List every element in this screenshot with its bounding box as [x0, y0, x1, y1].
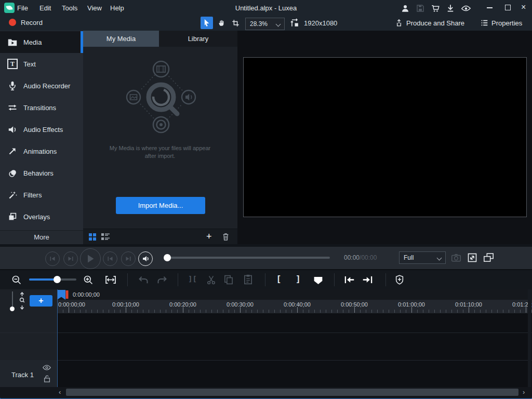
sidebar-item-filters[interactable]: Filters: [0, 184, 83, 206]
jump-to-end-icon[interactable]: [362, 275, 373, 284]
playhead-time-label: 0:00:00;00: [73, 291, 100, 298]
acdsee-eye-icon[interactable]: [461, 4, 470, 13]
pan-tool-button[interactable]: [215, 17, 228, 29]
download-icon[interactable]: [446, 4, 455, 13]
close-button[interactable]: ×: [521, 2, 526, 12]
toolbar-divider: [265, 273, 265, 286]
add-track-button[interactable]: +: [30, 295, 52, 307]
luxea-window: File Edit Tools View Help Untitled.alpx …: [0, 0, 532, 399]
list-view-icon[interactable]: [101, 233, 110, 241]
scroll-left-arrow[interactable]: ‹: [59, 388, 61, 396]
text-icon: T: [7, 59, 18, 69]
maximize-button[interactable]: [505, 5, 511, 10]
playback-bar: 00:00/00:00 Full: [0, 244, 532, 272]
toolbar-divider: [334, 273, 335, 286]
behaviors-circles-icon: [7, 168, 18, 178]
play-button[interactable]: [80, 248, 101, 269]
secondary-toolbar: Record 28.3% 1920x1080 Produce and Share…: [0, 16, 532, 31]
menu-tools[interactable]: Tools: [62, 4, 77, 12]
redo-icon[interactable]: [157, 276, 167, 284]
copy-icon[interactable]: [224, 275, 233, 285]
time-display: 00:00/00:00: [344, 254, 377, 261]
produce-share-button[interactable]: Produce and Share: [406, 19, 464, 27]
zoom-level-value: 28.3%: [250, 20, 268, 28]
sidebar-item-text[interactable]: T Text: [0, 53, 83, 75]
volume-button[interactable]: [138, 251, 153, 266]
add-track-marker-icon[interactable]: [395, 275, 404, 285]
menu-file[interactable]: File: [17, 4, 28, 12]
fit-timeline-icon[interactable]: [105, 275, 116, 284]
cart-icon[interactable]: [431, 4, 440, 13]
menu-edit[interactable]: Edit: [39, 4, 51, 12]
sidebar-item-behaviors[interactable]: Behaviors: [0, 162, 83, 184]
zoom-in-icon[interactable]: [83, 275, 94, 285]
track-lock-icon[interactable]: [44, 375, 50, 382]
add-media-button[interactable]: +: [206, 231, 212, 242]
cursor-arrow-icon: [203, 19, 211, 27]
import-media-button[interactable]: Import Media...: [116, 197, 205, 214]
toolbar-divider: [178, 273, 178, 286]
playhead-flag-icon[interactable]: [57, 290, 69, 300]
magic-wand-icon: [7, 190, 18, 200]
cut-scissors-icon[interactable]: [206, 275, 216, 285]
resolution-value: 1920x1080: [304, 19, 337, 27]
chevron-down-icon: [437, 255, 442, 260]
zoom-level-select[interactable]: 28.3%: [245, 18, 285, 30]
fullscreen-icon[interactable]: [468, 253, 477, 262]
sidebar-item-audio-effects[interactable]: Audio Effects: [0, 118, 83, 140]
track-header[interactable]: Track 1: [0, 360, 57, 387]
track-visibility-eye-icon[interactable]: [43, 365, 51, 370]
save-icon[interactable]: [416, 4, 425, 13]
sidebar-item-audio-recorder[interactable]: Audio Recorder: [0, 75, 83, 97]
sidebar-item-overlays[interactable]: Overlays: [0, 206, 83, 228]
detach-window-icon[interactable]: [484, 253, 494, 262]
undo-icon[interactable]: [138, 276, 149, 284]
scrubber-knob[interactable]: [164, 254, 171, 261]
mark-in-button[interactable]: [: [277, 274, 280, 284]
media-footer-bar: +: [83, 229, 237, 245]
delete-media-icon[interactable]: [222, 233, 229, 241]
timeline-vertical-scrollbar[interactable]: [528, 289, 531, 387]
ruler-major-ticks: [57, 307, 532, 313]
jump-to-start-icon[interactable]: [344, 275, 355, 284]
horizontal-scrollbar[interactable]: ‹ ›: [0, 387, 532, 398]
account-icon[interactable]: [401, 4, 410, 13]
timeline-ruler[interactable]: 0:00:00;00 0:00:00;000:00:10;000:00:20;0…: [57, 289, 532, 313]
track-height-slider-knob[interactable]: [10, 307, 15, 311]
grid-view-icon[interactable]: [89, 233, 96, 241]
go-to-end-button[interactable]: [121, 251, 136, 266]
minimize-button[interactable]: [487, 7, 493, 8]
scrubber-track[interactable]: [164, 257, 330, 259]
paste-icon[interactable]: [244, 274, 252, 285]
timeline: + 0:00:00;00 0:00:00;000:00:10;000:00:20…: [0, 289, 532, 387]
previous-frame-button[interactable]: [45, 251, 60, 266]
menu-help[interactable]: Help: [110, 4, 124, 12]
sidebar-item-transitions[interactable]: Transitions: [0, 97, 83, 118]
zoom-out-icon[interactable]: [11, 275, 22, 285]
record-dot-icon[interactable]: [9, 19, 16, 26]
tab-library[interactable]: Library: [159, 31, 237, 47]
mark-out-button[interactable]: ]: [297, 274, 299, 284]
add-marker-icon[interactable]: [313, 276, 324, 285]
chevron-down-icon: [276, 21, 281, 26]
record-button[interactable]: Record: [21, 19, 43, 26]
menu-view[interactable]: View: [87, 4, 102, 12]
crop-tool-button[interactable]: [229, 17, 242, 29]
go-to-start-button[interactable]: [103, 251, 117, 266]
sidebar-item-animations[interactable]: Animations: [0, 140, 83, 162]
sidebar-more-button[interactable]: More: [0, 230, 83, 244]
display-mode-value: Full: [404, 254, 414, 261]
sidebar-item-media[interactable]: Media: [0, 31, 83, 53]
timeline-zoom-slider-knob[interactable]: [54, 276, 61, 283]
display-mode-select[interactable]: Full: [399, 251, 446, 264]
next-frame-button[interactable]: [63, 251, 78, 266]
select-tool-button[interactable]: [201, 17, 213, 29]
scroll-right-arrow[interactable]: ›: [523, 388, 525, 396]
vertical-zoom-icon[interactable]: [18, 292, 26, 310]
snapshot-camera-icon[interactable]: [451, 254, 461, 262]
split-clip-icon[interactable]: ][: [188, 275, 197, 283]
crop-icon: [232, 19, 240, 27]
scrollbar-thumb[interactable]: [66, 389, 518, 396]
properties-button[interactable]: Properties: [491, 19, 522, 27]
tab-my-media[interactable]: My Media: [83, 31, 159, 47]
